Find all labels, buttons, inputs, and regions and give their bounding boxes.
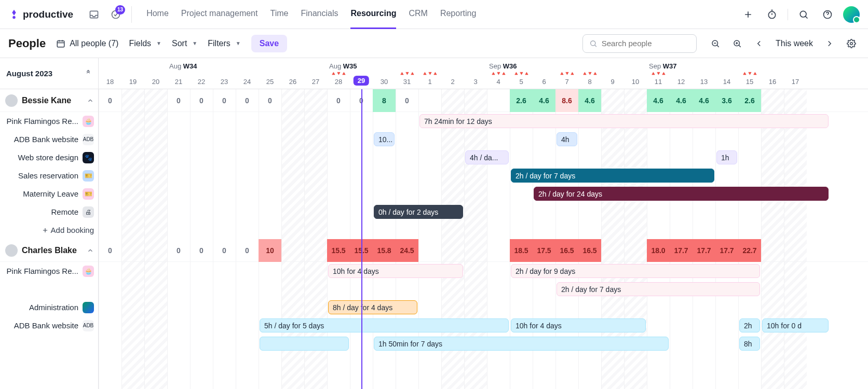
hours-cell[interactable]: 2.6 (510, 89, 533, 112)
hours-cell[interactable]: 15.5 (350, 239, 373, 262)
person-row[interactable]: Charles Blake (0, 239, 98, 262)
day-7[interactable]: 7 (555, 78, 578, 86)
hours-cell[interactable]: 0 (167, 239, 190, 262)
booking-bar[interactable]: 10... (374, 132, 395, 146)
hours-cell[interactable]: 18.5 (510, 239, 533, 262)
hours-cell[interactable]: 17.7 (693, 239, 715, 262)
day-21[interactable]: 21 (167, 78, 190, 86)
day-13[interactable]: 13 (693, 78, 715, 86)
hours-cell[interactable]: 0 (99, 89, 121, 112)
day-19[interactable]: 19 (121, 78, 144, 86)
day-12[interactable]: 12 (670, 78, 693, 86)
hours-cell[interactable]: 24.5 (396, 239, 418, 262)
task-row[interactable]: ADB Bank websiteADB (0, 316, 98, 335)
day-29[interactable]: 29 (354, 76, 369, 86)
day-23[interactable]: 23 (213, 78, 236, 86)
task-row[interactable]: Maternity Leave🎫 (0, 185, 98, 203)
hours-cell[interactable]: 17.7 (715, 239, 738, 262)
task-row[interactable] (0, 335, 98, 353)
day-15[interactable]: 15 (738, 78, 761, 86)
booking-bar[interactable]: 2h / day for 9 days (511, 264, 760, 278)
day-28[interactable]: 28 (327, 78, 350, 86)
person-row[interactable]: Bessie Kane (0, 89, 98, 112)
day-24[interactable]: 24 (236, 78, 259, 86)
hours-cell[interactable]: 15.5 (327, 239, 350, 262)
hours-cell[interactable]: 16.5 (555, 239, 578, 262)
day-10[interactable]: 10 (624, 78, 647, 86)
task-row[interactable]: Sales reservation🎫 (0, 166, 98, 185)
search-people[interactable] (582, 34, 697, 53)
day-27[interactable]: 27 (304, 78, 327, 86)
hours-cell[interactable]: 0 (213, 89, 236, 112)
hours-cell[interactable]: 0 (350, 89, 373, 112)
add-button[interactable] (740, 6, 756, 23)
hours-cell[interactable]: 4.6 (533, 89, 555, 112)
booking-bar[interactable]: 4h (557, 132, 577, 146)
hours-cell[interactable]: 0 (236, 89, 259, 112)
month-header[interactable]: August 2023 (0, 58, 98, 89)
day-1[interactable]: 1 (418, 78, 441, 86)
day-5[interactable]: 5 (510, 78, 533, 86)
save-button[interactable]: Save (251, 35, 287, 52)
hours-cell[interactable]: 17.7 (670, 239, 693, 262)
task-row[interactable]: Pink Flamingos Re...🧁 (0, 112, 98, 130)
booking-bar[interactable]: 2h (739, 318, 760, 332)
hours-cell[interactable]: 0 (190, 239, 213, 262)
hours-cell[interactable]: 4.6 (670, 89, 693, 112)
this-week-button[interactable]: This week (772, 39, 816, 48)
booking-bar[interactable]: 10h for 4 days (328, 264, 463, 278)
day-2[interactable]: 2 (441, 78, 464, 86)
hours-cell[interactable]: 0 (396, 89, 418, 112)
day-4[interactable]: 4 (487, 78, 510, 86)
hours-cell[interactable]: 8.6 (555, 89, 578, 112)
day-3[interactable]: 3 (464, 78, 487, 86)
task-row[interactable]: Pink Flamingos Re...🧁 (0, 262, 98, 280)
day-31[interactable]: 31 (396, 78, 418, 86)
booking-bar[interactable]: 10h for 0 d (762, 318, 829, 332)
hours-cell[interactable]: 0 (167, 89, 190, 112)
task-row[interactable]: Remote🖨 (0, 203, 98, 221)
hours-cell[interactable]: 4.6 (693, 89, 715, 112)
nav-project-management[interactable]: Project management (181, 0, 258, 29)
booking-bar[interactable]: 4h / da... (465, 150, 509, 164)
day-16[interactable]: 16 (761, 78, 784, 86)
nav-time[interactable]: Time (270, 0, 288, 29)
booking-bar[interactable]: 7h 24min for 12 days (419, 114, 829, 128)
search-input[interactable] (602, 39, 690, 48)
task-row[interactable]: Web store design🐾 (0, 148, 98, 166)
nav-resourcing[interactable]: Resourcing (350, 0, 396, 29)
hours-cell[interactable]: 8 (373, 89, 396, 112)
booking-bar[interactable]: 2h / day for 24 days (534, 187, 829, 201)
nav-home[interactable]: Home (146, 0, 169, 29)
hours-cell[interactable]: 0 (236, 239, 259, 262)
hours-cell[interactable]: 0 (327, 89, 350, 112)
settings-button[interactable] (843, 35, 860, 52)
filters-filter[interactable]: Filters▼ (208, 39, 240, 48)
booking-bar[interactable]: 1h (716, 150, 737, 164)
timeline[interactable]: 1819202122232425262728293031123456789101… (99, 58, 868, 389)
people-filter[interactable]: All people (7) (56, 39, 118, 48)
booking-bar[interactable]: 8h / day for 4 days (328, 300, 417, 314)
booking-bar[interactable]: 10h for 4 days (511, 318, 646, 332)
logo[interactable]: productive (8, 9, 73, 20)
zoom-in-button[interactable] (729, 35, 745, 52)
hours-cell[interactable]: 18.0 (647, 239, 670, 262)
hours-cell[interactable]: 17.5 (533, 239, 555, 262)
notifications-button[interactable]: 13 (107, 6, 124, 23)
user-avatar[interactable] (843, 6, 860, 23)
day-14[interactable]: 14 (715, 78, 738, 86)
booking-bar[interactable]: 2h / day for 7 days (557, 282, 760, 296)
day-6[interactable]: 6 (533, 78, 555, 86)
hours-cell[interactable]: 4.6 (578, 89, 601, 112)
task-row[interactable] (0, 280, 98, 298)
booking-bar[interactable]: 8h (739, 337, 760, 351)
booking-bar[interactable]: 5h / day for 5 days (260, 318, 509, 332)
hours-cell[interactable]: 3.6 (715, 89, 738, 112)
help-button[interactable] (819, 6, 836, 23)
day-8[interactable]: 8 (578, 78, 601, 86)
hours-cell[interactable]: 2.6 (738, 89, 761, 112)
hours-cell[interactable]: 22.7 (738, 239, 761, 262)
task-row[interactable]: Administration (0, 298, 98, 316)
hours-cell[interactable]: 10 (259, 239, 281, 262)
booking-bar[interactable] (260, 337, 349, 351)
